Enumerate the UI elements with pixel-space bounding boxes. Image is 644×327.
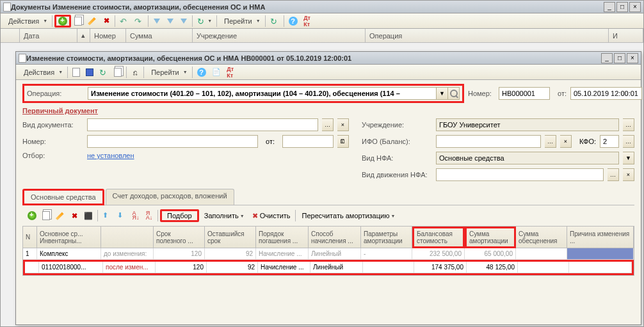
doc-post-button[interactable]: [70, 66, 83, 79]
inner-copy-button[interactable]: [40, 209, 52, 222]
col-depr[interactable]: Сумма обесценения: [516, 227, 567, 248]
col-indicator[interactable]: ▴: [77, 29, 90, 42]
inner-end-button[interactable]: ⬛: [81, 209, 95, 222]
refresh-button-2[interactable]: [268, 15, 282, 28]
doc-structure-button[interactable]: ⎌: [129, 66, 141, 79]
nfa-move-clear-button[interactable]: ×: [623, 168, 634, 181]
date-input[interactable]: [570, 87, 642, 100]
doc-copy-button[interactable]: [111, 66, 124, 79]
nfa-move-input[interactable]: [436, 168, 604, 181]
edit-button[interactable]: [85, 15, 99, 28]
add-button[interactable]: [54, 15, 71, 28]
kfo-select-button[interactable]: …: [623, 135, 634, 148]
doc-type-select-button[interactable]: …: [322, 118, 334, 131]
operation-search-button[interactable]: [448, 87, 460, 100]
clear-button[interactable]: ✖Очистить: [250, 209, 293, 222]
maximize-button[interactable]: □: [616, 2, 628, 12]
dtkt-button[interactable]: ДтКт: [301, 15, 314, 28]
col-remain[interactable]: Оставшийся срок: [205, 227, 256, 248]
filter-set-button[interactable]: [150, 15, 163, 28]
copy-button[interactable]: [72, 15, 85, 28]
inner-delete-button[interactable]: ✖: [68, 209, 81, 222]
inner-add-button[interactable]: [25, 209, 39, 222]
help-button[interactable]: ?: [286, 15, 300, 28]
inner-edit-button[interactable]: [53, 209, 67, 222]
operation-input[interactable]: [88, 87, 437, 100]
doc-help-button[interactable]: ?: [195, 66, 209, 79]
doc-num-input[interactable]: [87, 135, 258, 148]
table-row[interactable]: 1 Комплекс до изменения: 120 92 Начислен…: [23, 248, 634, 260]
selection-button[interactable]: Подбор: [160, 209, 199, 222]
doc-date-input[interactable]: [282, 135, 334, 148]
mark-delete-button[interactable]: ✖: [100, 15, 113, 28]
tab-accounts[interactable]: Счет доходов, расходов, вложений: [106, 189, 234, 205]
pencil-icon: [56, 211, 65, 220]
operation-dropdown-button[interactable]: ▼: [437, 87, 448, 100]
recalc-button[interactable]: Пересчитать амортизацию▼: [298, 209, 400, 222]
doc-repost-button[interactable]: [97, 66, 111, 79]
undo-button[interactable]: [117, 15, 131, 28]
reason-cell-selected[interactable]: [567, 248, 634, 260]
filter-icon: [167, 19, 173, 24]
minimize-button[interactable]: _: [604, 2, 615, 12]
doc-type-input[interactable]: [87, 118, 318, 131]
number-input[interactable]: [499, 87, 550, 100]
dtkt-icon: ДтКт: [303, 15, 310, 28]
nfa-type-dropdown-button[interactable]: ▼: [623, 152, 634, 164]
filter-label: Отбор:: [22, 152, 83, 159]
nfa-type-input[interactable]: [436, 152, 619, 164]
col-sum[interactable]: Сумма: [126, 29, 193, 42]
doc-date-picker-button[interactable]: 🗓: [337, 135, 349, 148]
list-toolbar: Действия▼ ✖ ▼ Перейти▼ ? ДтКт: [1, 13, 643, 29]
col-number[interactable]: Номер: [90, 29, 126, 42]
refresh-button[interactable]: ▼: [195, 15, 214, 28]
doc-print-button[interactable]: 📄: [209, 66, 223, 79]
col-date[interactable]: Дата: [20, 29, 77, 42]
doc-goto-menu[interactable]: Перейти▼: [146, 66, 190, 79]
col-term[interactable]: Срок полезного ...: [154, 227, 205, 248]
tab-assets[interactable]: Основные средства: [22, 189, 104, 205]
doc-save-button[interactable]: [83, 66, 96, 79]
goto-menu[interactable]: Перейти▼: [219, 15, 263, 28]
col-reason[interactable]: Причина изменения ...: [567, 227, 634, 248]
institution-input[interactable]: [436, 118, 619, 131]
doc-actions-menu[interactable]: Действия▼: [19, 66, 65, 79]
col-method[interactable]: Способ начисления ...: [309, 227, 361, 248]
doc-close-button[interactable]: ×: [627, 53, 638, 63]
col-institution[interactable]: Учреждение: [193, 29, 366, 42]
col-balance[interactable]: Балансовая стоимость: [412, 227, 465, 248]
inner-toolbar: ✖ ⬛ АЯ↓ ЯА↓ Подбор Заполнить▼ ✖Очистить …: [22, 208, 634, 223]
institution-select-button[interactable]: …: [623, 118, 634, 131]
doc-dtkt-button[interactable]: ДтКт: [224, 66, 237, 79]
doc-maximize-button[interactable]: □: [614, 53, 625, 63]
ifo-clear-button[interactable]: ×: [560, 135, 572, 148]
doc-type-clear-button[interactable]: ×: [337, 118, 349, 131]
filter-link[interactable]: не установлен: [87, 152, 134, 159]
col-order[interactable]: Порядок погашения ...: [256, 227, 309, 248]
inner-sort-desc-button[interactable]: ЯА↓: [143, 209, 156, 222]
col-n[interactable]: N: [23, 227, 37, 248]
doc-minimize-button[interactable]: _: [601, 53, 613, 63]
kfo-input[interactable]: [600, 135, 619, 148]
col-amort[interactable]: Сумма амортизации: [465, 227, 516, 248]
col-operation[interactable]: Операция: [366, 29, 609, 42]
ifo-input[interactable]: [436, 135, 541, 148]
close-button[interactable]: ×: [629, 2, 641, 12]
doc-num-label: Номер:: [22, 138, 83, 145]
col-last[interactable]: И: [609, 29, 643, 42]
actions-menu[interactable]: Действия▼: [3, 15, 50, 28]
inner-move-up-button[interactable]: [100, 209, 114, 222]
assets-table: N Основное ср...Инвентарны... Срок полез…: [22, 226, 634, 276]
ifo-select-button[interactable]: …: [545, 135, 556, 148]
col-main-asset[interactable]: Основное ср...Инвентарны...: [37, 227, 101, 248]
fill-button[interactable]: Заполнить▼: [200, 209, 249, 222]
filter-button-2[interactable]: [164, 15, 177, 28]
table-row[interactable]: 01102018000... после измен... 120 92 Нач…: [23, 260, 634, 275]
nfa-move-select-button[interactable]: …: [608, 168, 619, 181]
inner-sort-asc-button[interactable]: АЯ↓: [129, 209, 142, 222]
down-icon: [117, 211, 126, 220]
col-params[interactable]: Параметры амортизации: [361, 227, 412, 248]
inner-move-down-button[interactable]: [115, 209, 129, 222]
redo-button[interactable]: [132, 15, 146, 28]
filter-off-button[interactable]: [177, 15, 190, 28]
